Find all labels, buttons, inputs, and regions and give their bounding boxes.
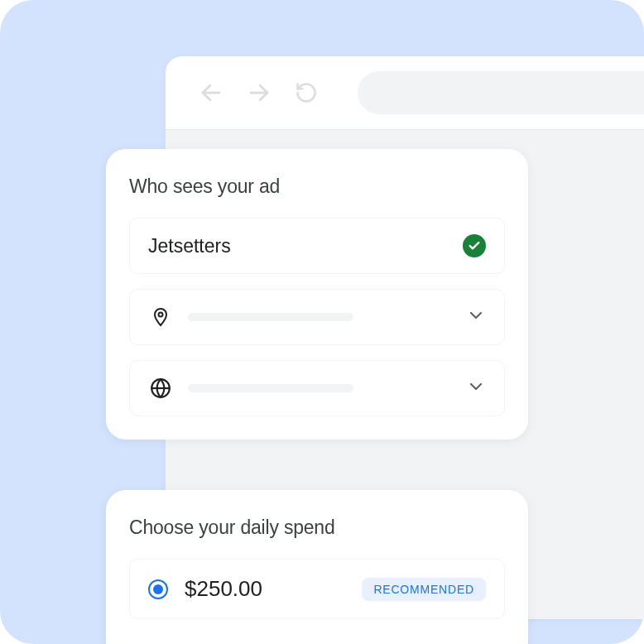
- language-placeholder: [188, 384, 353, 392]
- audience-card: Who sees your ad Jetsetters: [106, 149, 528, 440]
- reload-icon[interactable]: [295, 81, 318, 104]
- checkmark-icon: [463, 234, 486, 257]
- location-pin-icon: [148, 305, 173, 329]
- spend-option-row[interactable]: $250.00 RECOMMENDED: [129, 559, 505, 619]
- spend-card-title: Choose your daily spend: [129, 517, 505, 539]
- audience-card-title: Who sees your ad: [129, 175, 505, 198]
- radio-button-selected[interactable]: [148, 579, 168, 599]
- language-dropdown[interactable]: [129, 360, 505, 416]
- chevron-down-icon: [466, 305, 486, 329]
- audience-segment-label: Jetsetters: [148, 235, 463, 257]
- browser-toolbar: [166, 56, 644, 129]
- chevron-down-icon: [466, 377, 486, 400]
- spend-amount: $250.00: [185, 576, 345, 602]
- address-bar[interactable]: [358, 71, 644, 114]
- radio-inner-dot: [153, 584, 163, 594]
- recommended-badge: RECOMMENDED: [362, 578, 486, 601]
- forward-icon[interactable]: [247, 80, 272, 105]
- globe-icon: [148, 377, 173, 399]
- spend-card: Choose your daily spend $250.00 RECOMMEN…: [106, 490, 528, 644]
- audience-segment-row[interactable]: Jetsetters: [129, 218, 505, 274]
- svg-point-2: [159, 313, 163, 317]
- location-placeholder: [188, 313, 353, 321]
- back-icon[interactable]: [199, 80, 223, 105]
- location-dropdown[interactable]: [129, 289, 505, 345]
